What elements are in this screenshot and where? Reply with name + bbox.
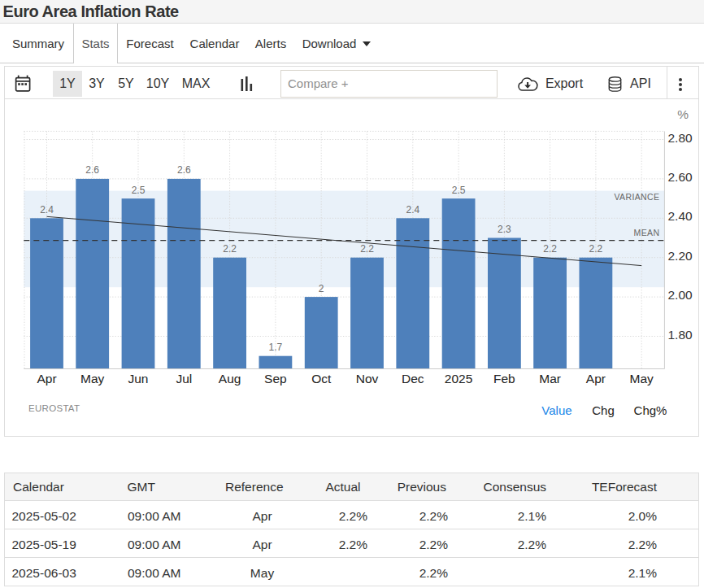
svg-text:May: May — [630, 372, 654, 385]
svg-text:VARIANCE: VARIANCE — [614, 192, 659, 202]
svg-text:2.2: 2.2 — [360, 243, 374, 255]
svg-text:2: 2 — [319, 283, 324, 294]
svg-text:2.20: 2.20 — [668, 249, 693, 263]
svg-text:Chg%: Chg% — [634, 403, 667, 417]
svg-text:2.5: 2.5 — [452, 185, 466, 196]
svg-text:Feb: Feb — [493, 372, 515, 385]
svg-text:Dec: Dec — [402, 372, 424, 385]
svg-text:2025: 2025 — [445, 372, 472, 385]
svg-text:May: May — [80, 372, 105, 385]
svg-text:2.2: 2.2 — [223, 243, 237, 255]
svg-text:2.60: 2.60 — [668, 170, 693, 184]
svg-text:2.4: 2.4 — [40, 204, 54, 216]
svg-text:1.7: 1.7 — [269, 342, 283, 353]
svg-text:Chg: Chg — [592, 403, 615, 417]
svg-text:2.40: 2.40 — [668, 209, 693, 223]
svg-text:2.6: 2.6 — [85, 164, 99, 176]
svg-text:Nov: Nov — [356, 372, 379, 385]
svg-text:Mar: Mar — [539, 372, 561, 385]
svg-text:EUROSTAT: EUROSTAT — [28, 403, 80, 413]
svg-text:Apr: Apr — [37, 372, 56, 385]
svg-text:Apr: Apr — [586, 372, 606, 385]
svg-text:1.80: 1.80 — [668, 328, 693, 342]
svg-text:Jul: Jul — [176, 372, 192, 385]
svg-text:2.80: 2.80 — [668, 131, 693, 145]
svg-text:Jun: Jun — [128, 372, 149, 385]
svg-text:%: % — [677, 107, 689, 121]
svg-text:2.2: 2.2 — [543, 243, 557, 255]
svg-text:Value: Value — [541, 403, 571, 417]
svg-text:2.3: 2.3 — [498, 224, 511, 235]
svg-text:2.2: 2.2 — [589, 243, 603, 255]
svg-text:Aug: Aug — [219, 372, 241, 385]
svg-text:2.00: 2.00 — [668, 288, 693, 302]
svg-text:2.4: 2.4 — [406, 204, 419, 216]
svg-text:2.6: 2.6 — [177, 164, 191, 176]
svg-text:2.5: 2.5 — [132, 185, 146, 196]
svg-text:MEAN: MEAN — [634, 228, 660, 237]
svg-text:Oct: Oct — [311, 372, 332, 385]
svg-text:Sep: Sep — [264, 372, 287, 385]
